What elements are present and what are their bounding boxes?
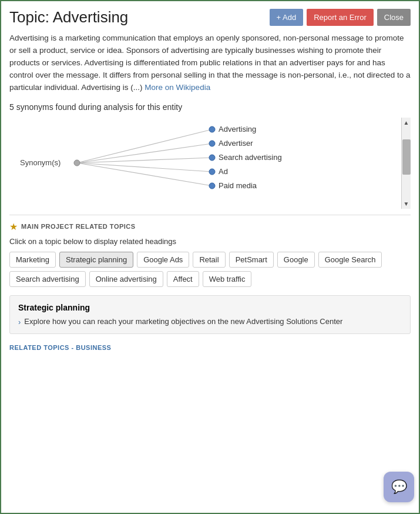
- tag-online-advertising[interactable]: Online advertising: [89, 271, 163, 287]
- click-hint: Click on a topic below to display relate…: [9, 237, 411, 246]
- chat-button[interactable]: 💬: [384, 472, 414, 502]
- topic-detail: Strategic planning › Explore how you can…: [9, 295, 411, 334]
- page-header: Topic: Advertising + Add Report an Error…: [9, 8, 411, 26]
- related-business-label: RELATED TOPICS - BUSINESS: [9, 344, 111, 351]
- header-buttons: + Add Report an Error Close: [270, 9, 411, 26]
- add-button[interactable]: + Add: [270, 9, 304, 26]
- svg-point-9: [209, 169, 215, 175]
- section-divider-1: [9, 215, 411, 215]
- svg-line-4: [77, 163, 212, 186]
- tag-search-advertising[interactable]: Search advertising: [9, 271, 86, 287]
- close-button[interactable]: Close: [377, 9, 411, 26]
- tag-retail[interactable]: Retail: [193, 252, 225, 268]
- svg-text:Synonym(s): Synonym(s): [20, 158, 61, 167]
- related-topics-section: ★ MAIN PROJECT RELATED TOPICS Click on a…: [9, 221, 411, 334]
- svg-text:Advertiser: Advertiser: [219, 139, 253, 148]
- synonym-svg: Synonym(s) Advertising Advertiser Search…: [9, 118, 411, 209]
- star-icon: ★: [9, 221, 18, 232]
- svg-point-7: [209, 141, 215, 146]
- scrollbar[interactable]: ▲ ▼: [401, 118, 411, 209]
- scroll-down-arrow[interactable]: ▼: [404, 199, 409, 209]
- chevron-right-icon: ›: [18, 318, 21, 326]
- synonyms-section: 5 synonyms found during analysis for thi…: [9, 102, 411, 209]
- topic-detail-item: › Explore how you can reach your marketi…: [18, 317, 402, 326]
- related-topics-header: ★ MAIN PROJECT RELATED TOPICS: [9, 221, 411, 232]
- tag-google-search[interactable]: Google Search: [318, 252, 382, 268]
- page-title: Topic: Advertising: [9, 8, 128, 26]
- synonyms-header: 5 synonyms found during analysis for thi…: [9, 102, 411, 112]
- tag-strategic-planning[interactable]: Strategic planning: [59, 252, 133, 268]
- svg-text:Advertising: Advertising: [219, 125, 256, 133]
- chat-icon: 💬: [391, 479, 407, 495]
- svg-text:Paid media: Paid media: [219, 181, 257, 190]
- svg-text:Ad: Ad: [219, 167, 228, 176]
- svg-line-3: [77, 163, 212, 172]
- related-business-section: RELATED TOPICS - BUSINESS: [9, 342, 411, 352]
- svg-point-8: [209, 155, 215, 161]
- tag-google-ads[interactable]: Google Ads: [137, 252, 189, 268]
- report-error-button[interactable]: Report an Error: [307, 9, 374, 26]
- svg-point-6: [209, 126, 215, 132]
- tag-marketing[interactable]: Marketing: [9, 252, 56, 268]
- tag-web-traffic[interactable]: Web traffic: [203, 271, 252, 287]
- tag-google[interactable]: Google: [277, 252, 315, 268]
- svg-text:Search advertising: Search advertising: [219, 153, 282, 162]
- topic-detail-title: Strategic planning: [18, 303, 402, 312]
- related-topics-label: MAIN PROJECT RELATED TOPICS: [21, 223, 136, 230]
- scrollbar-thumb[interactable]: [402, 139, 411, 175]
- scroll-up-arrow[interactable]: ▲: [404, 118, 409, 128]
- tag-petsmart[interactable]: PetSmart: [229, 252, 274, 268]
- svg-point-10: [209, 183, 215, 189]
- description-text: Advertising is a marketing communication…: [9, 32, 411, 94]
- tag-affect[interactable]: Affect: [167, 271, 199, 287]
- svg-point-5: [74, 160, 80, 166]
- tags-container: Marketing Strategic planning Google Ads …: [9, 252, 411, 287]
- wikipedia-link[interactable]: More on Wikipedia: [145, 83, 210, 92]
- synonyms-diagram: Synonym(s) Advertising Advertiser Search…: [9, 118, 411, 209]
